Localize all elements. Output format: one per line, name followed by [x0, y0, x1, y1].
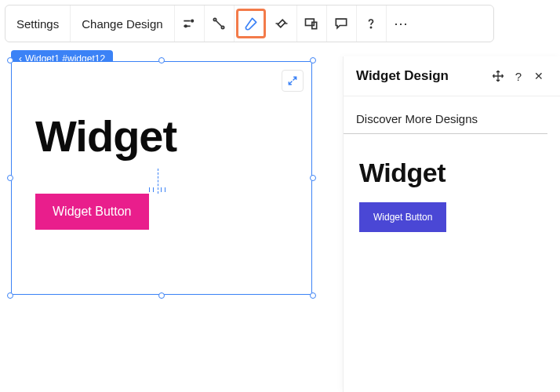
svg-point-0: [191, 20, 194, 22]
help-icon: [363, 16, 379, 31]
svg-point-3: [221, 26, 224, 28]
stretch-button[interactable]: [267, 5, 297, 42]
change-design-button[interactable]: Change Design: [71, 5, 174, 42]
panel-header: Widget Design ? ✕: [344, 56, 560, 96]
brush-icon: [243, 16, 259, 31]
expand-icon: [287, 75, 298, 86]
comment-button[interactable]: [327, 5, 357, 42]
panel-title: Widget Design: [356, 68, 486, 84]
responsive-button[interactable]: [297, 5, 327, 42]
design-brush-button[interactable]: [236, 9, 266, 38]
widget-canvas[interactable]: Widget Widget Button: [11, 61, 312, 295]
move-icon: [492, 70, 504, 82]
responsive-icon: [304, 16, 319, 31]
move-panel-button[interactable]: [489, 67, 507, 85]
panel-help-button[interactable]: ?: [510, 67, 527, 85]
alignment-tick: [153, 187, 154, 192]
animations-icon: [181, 16, 197, 31]
connector-button[interactable]: [205, 5, 235, 42]
alignment-tick: [165, 187, 165, 192]
canvas-selection[interactable]: Widget Widget Button: [11, 61, 312, 295]
panel-close-button[interactable]: ✕: [530, 67, 547, 85]
resize-handle-ml[interactable]: [7, 175, 13, 181]
toolbar: Settings Change Design ···: [5, 5, 494, 42]
svg-point-2: [213, 18, 216, 20]
preview-button: Widget Button: [359, 202, 446, 232]
resize-handle-tl[interactable]: [7, 57, 13, 64]
more-icon: ···: [395, 16, 409, 32]
settings-button[interactable]: Settings: [5, 5, 71, 42]
resize-handle-tr[interactable]: [310, 57, 316, 64]
panel-subtitle[interactable]: Discover More Designs: [344, 96, 547, 134]
alignment-guide: [158, 169, 158, 194]
preview-heading: Widget: [359, 158, 544, 188]
resize-handle-bm[interactable]: [158, 292, 165, 299]
comment-icon: [333, 16, 349, 31]
design-preview[interactable]: Widget Widget Button: [344, 134, 560, 256]
more-button[interactable]: ···: [387, 5, 416, 42]
connector-icon: [211, 16, 227, 31]
alignment-tick: [161, 187, 162, 192]
svg-point-7: [370, 27, 371, 27]
svg-rect-4: [278, 20, 285, 27]
animations-button[interactable]: [175, 5, 205, 42]
help-button[interactable]: [357, 5, 387, 42]
widget-button[interactable]: Widget Button: [35, 194, 149, 230]
alignment-tick: [149, 187, 150, 192]
resize-handle-bl[interactable]: [7, 292, 13, 299]
widget-heading[interactable]: Widget: [35, 111, 176, 162]
resize-handle-mr[interactable]: [310, 175, 316, 181]
stretch-icon: [274, 16, 289, 31]
expand-button[interactable]: [282, 70, 304, 92]
svg-point-1: [185, 25, 187, 27]
resize-handle-tm[interactable]: [158, 57, 165, 64]
design-panel: Widget Design ? ✕ Discover More Designs …: [343, 56, 560, 392]
resize-handle-br[interactable]: [310, 292, 316, 299]
